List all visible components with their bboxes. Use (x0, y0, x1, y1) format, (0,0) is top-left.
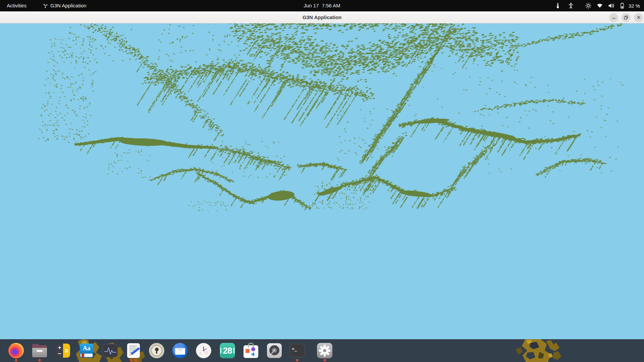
running-indicator (130, 359, 132, 361)
clocks-icon (196, 343, 211, 358)
running-indicator (39, 359, 41, 361)
restore-button[interactable] (622, 13, 631, 22)
dock-item-firefox[interactable] (8, 343, 24, 359)
app-menu-label: G3N Application (50, 0, 87, 11)
clock-button[interactable]: Jun 17 7:56 AM (304, 0, 340, 11)
volume-icon (608, 0, 615, 11)
dock: Aa (0, 339, 644, 362)
calculator-icon (56, 344, 70, 358)
running-indicator (324, 359, 326, 361)
clock-time: 7:56 AM (322, 0, 340, 11)
dock-item-software[interactable] (243, 343, 259, 359)
dock-item-password-manager[interactable] (149, 343, 165, 359)
running-indicator (135, 359, 137, 361)
dock-item-settings[interactable] (317, 343, 333, 359)
window-titlebar[interactable]: G3N Application (0, 11, 644, 23)
running-indicator (15, 359, 17, 361)
clock-date: Jun 17 (304, 0, 319, 11)
files-icon (32, 345, 47, 357)
calendar-day: 28 (223, 346, 232, 356)
dock-item-clocks[interactable] (196, 343, 212, 359)
window-title: G3N Application (0, 11, 644, 23)
software-icon (244, 345, 258, 358)
settings-gear-icon (317, 343, 332, 358)
app-menu-button[interactable]: G3N Application (40, 0, 90, 11)
password-manager-icon (149, 343, 164, 358)
activities-button[interactable]: Activities (3, 0, 30, 11)
dock-item-calculator[interactable] (55, 343, 71, 359)
minimize-button[interactable] (609, 13, 618, 22)
dock-item-thunderbird[interactable] (172, 343, 188, 359)
g3n-app-icon (43, 3, 48, 8)
desktop-model-gold-right (516, 339, 570, 362)
top-bar: Activities G3N Application Jun 17 7:56 A… (0, 0, 644, 11)
terminal-icon: >_ (289, 344, 305, 357)
dock-item-terminal[interactable]: >_ (289, 343, 305, 359)
running-indicator (296, 359, 299, 361)
dock-item-text-editor[interactable] (125, 343, 142, 359)
dictionary-icon: Aa (80, 344, 93, 358)
text-editor-icon (127, 343, 140, 358)
calendar-icon: 28 (220, 343, 235, 358)
thunderbird-icon (172, 343, 188, 358)
accessibility-icon (568, 0, 574, 11)
dock-item-files[interactable] (32, 343, 48, 359)
close-button[interactable] (634, 13, 643, 22)
system-tray[interactable]: 32 % (555, 0, 641, 11)
thermometer-icon (555, 0, 560, 11)
terrain-viewport[interactable] (0, 23, 644, 339)
wifi-icon (596, 0, 603, 11)
battery-percentage: 32 % (629, 3, 641, 9)
dock-item-disks[interactable] (266, 343, 282, 359)
system-monitor-icon (102, 344, 118, 357)
dock-item-system-monitor[interactable] (102, 343, 118, 359)
firefox-icon (8, 343, 24, 358)
dock-item-calendar[interactable]: 28 (219, 343, 235, 359)
brightness-icon (585, 0, 592, 11)
battery-icon (620, 0, 625, 11)
dock-item-dictionary[interactable]: Aa (78, 343, 95, 359)
disks-icon (267, 343, 282, 358)
